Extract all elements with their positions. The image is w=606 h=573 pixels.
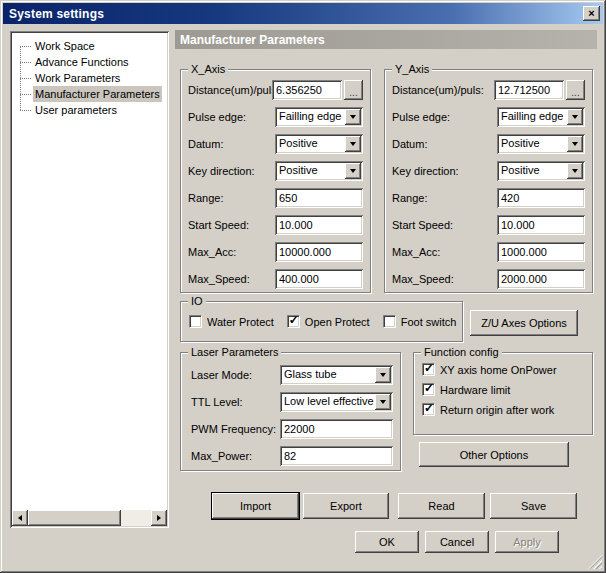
x-datum-select[interactable]: Positive: [275, 134, 363, 154]
checkbox-icon[interactable]: [189, 315, 202, 328]
resize-grip[interactable]: [588, 555, 602, 569]
cancel-button[interactable]: Cancel: [425, 531, 489, 553]
title-bar[interactable]: System settings ×: [3, 3, 603, 24]
dropdown-button[interactable]: [567, 163, 583, 179]
y-key-direction-select[interactable]: Positive: [497, 161, 585, 181]
checkbox-icon[interactable]: [422, 403, 435, 416]
checkbox-icon[interactable]: [422, 363, 435, 376]
y-max-acc-input[interactable]: [497, 242, 585, 262]
xy-home-onpower-checkbox[interactable]: XY axis home OnPower: [422, 363, 592, 376]
close-button[interactable]: ×: [583, 6, 600, 21]
import-button[interactable]: Import: [212, 493, 299, 519]
hardware-limit-checkbox[interactable]: Hardware limit: [422, 383, 592, 396]
checkbox-icon[interactable]: [422, 383, 435, 396]
zu-axes-options-button[interactable]: Z/U Axes Options: [470, 310, 578, 336]
water-protect-checkbox[interactable]: Water Protect: [189, 315, 274, 328]
x-max-speed-label: Max_Speed:: [188, 273, 275, 285]
x-start-speed-input[interactable]: [275, 215, 363, 235]
foot-switch-checkbox[interactable]: Foot switch: [383, 315, 457, 328]
chevron-down-icon: [572, 142, 578, 146]
dropdown-button[interactable]: [375, 394, 391, 410]
x-pulse-edge-value: Failling edge: [279, 110, 345, 122]
dropdown-button[interactable]: [345, 109, 361, 125]
arrow-right-icon: [157, 515, 161, 521]
io-group-title: IO: [188, 295, 206, 307]
ok-button[interactable]: OK: [355, 531, 419, 553]
x-key-direction-value: Positive: [279, 164, 345, 176]
checkbox-icon[interactable]: [287, 315, 300, 328]
x-max-speed-input[interactable]: [275, 269, 363, 289]
x-datum-value: Positive: [279, 137, 345, 149]
page-title: Manufacturer Parameters: [175, 30, 597, 49]
tree-item-manufacturer-parameters[interactable]: Manufacturer Parameters: [12, 86, 167, 102]
apply-button[interactable]: Apply: [495, 531, 559, 553]
io-group: IO Water Protect Open Protect Foot switc…: [180, 301, 463, 342]
pwm-frequency-label: PWM Frequency:: [188, 423, 280, 435]
y-max-speed-input[interactable]: [497, 269, 585, 289]
chevron-down-icon: [572, 169, 578, 173]
tree-item-advance-functions[interactable]: Advance Functions: [12, 54, 167, 70]
scroll-thumb[interactable]: [28, 510, 121, 526]
y-range-input[interactable]: [497, 188, 585, 208]
dropdown-button[interactable]: [567, 136, 583, 152]
window-title: System settings: [9, 7, 104, 21]
laser-mode-label: Laser Mode:: [188, 369, 280, 381]
y-key-direction-label: Key direction:: [392, 165, 497, 177]
y-datum-label: Datum:: [392, 138, 497, 150]
dropdown-button[interactable]: [345, 163, 361, 179]
tree-item-list: Work Space Advance Functions Work Parame…: [12, 33, 167, 118]
checkbox-icon[interactable]: [383, 315, 396, 328]
y-max-acc-label: Max_Acc:: [392, 246, 497, 258]
dropdown-button[interactable]: [567, 109, 583, 125]
pwm-frequency-input[interactable]: [280, 419, 393, 439]
x-pulse-edge-select[interactable]: Failling edge: [275, 107, 363, 127]
function-config-group-title: Function config: [421, 346, 502, 358]
tree-item-work-parameters[interactable]: Work Parameters: [12, 70, 167, 86]
y-axis-group-title: Y_Axis: [392, 63, 432, 75]
y-datum-value: Positive: [501, 137, 567, 149]
x-key-direction-select[interactable]: Positive: [275, 161, 363, 181]
y-pulse-edge-select[interactable]: Failling edge: [497, 107, 585, 127]
settings-tree: Work Space Advance Functions Work Parame…: [10, 31, 169, 528]
tree-item-user-parameters[interactable]: User parameters: [12, 102, 167, 118]
laser-parameters-group: Laser Parameters Laser Mode: Glass tube …: [180, 352, 401, 471]
x-pulse-edge-label: Pulse edge:: [188, 111, 275, 123]
foot-switch-label: Foot switch: [401, 316, 457, 328]
x-distance-browse-button[interactable]: ...: [344, 80, 363, 100]
chevron-down-icon: [572, 115, 578, 119]
dropdown-button[interactable]: [345, 136, 361, 152]
x-range-input[interactable]: [275, 188, 363, 208]
tree-horizontal-scrollbar[interactable]: [12, 510, 167, 526]
export-button[interactable]: Export: [303, 493, 389, 519]
y-start-speed-input[interactable]: [497, 215, 585, 235]
ttl-level-label: TTL Level:: [188, 396, 280, 408]
dropdown-button[interactable]: [375, 367, 391, 383]
x-key-direction-label: Key direction:: [188, 165, 275, 177]
y-range-label: Range:: [392, 192, 497, 204]
tree-item-label: User parameters: [33, 102, 119, 118]
y-pulse-edge-value: Failling edge: [501, 110, 567, 122]
y-distance-browse-button[interactable]: ...: [566, 80, 585, 100]
ttl-level-select[interactable]: Low level effective: [280, 392, 393, 412]
close-icon: ×: [588, 8, 594, 19]
save-button[interactable]: Save: [490, 493, 577, 519]
scroll-right-button[interactable]: [151, 510, 167, 526]
laser-parameters-group-title: Laser Parameters: [188, 346, 281, 358]
open-protect-checkbox[interactable]: Open Protect: [287, 315, 370, 328]
laser-mode-select[interactable]: Glass tube: [280, 365, 393, 385]
return-origin-checkbox[interactable]: Return origin after work: [422, 403, 592, 416]
scroll-track[interactable]: [28, 510, 151, 526]
max-power-input[interactable]: [280, 446, 393, 466]
y-datum-select[interactable]: Positive: [497, 134, 585, 154]
x-max-acc-input[interactable]: [275, 242, 363, 262]
x-distance-input[interactable]: [272, 80, 342, 100]
scroll-left-button[interactable]: [12, 510, 28, 526]
tree-item-work-space[interactable]: Work Space: [12, 38, 167, 54]
other-options-button[interactable]: Other Options: [419, 442, 569, 467]
x-axis-group-title: X_Axis: [188, 63, 228, 75]
water-protect-label: Water Protect: [207, 316, 274, 328]
tree-item-label: Advance Functions: [33, 54, 131, 70]
y-key-direction-value: Positive: [501, 164, 567, 176]
read-button[interactable]: Read: [398, 493, 485, 519]
y-distance-input[interactable]: [494, 80, 564, 100]
